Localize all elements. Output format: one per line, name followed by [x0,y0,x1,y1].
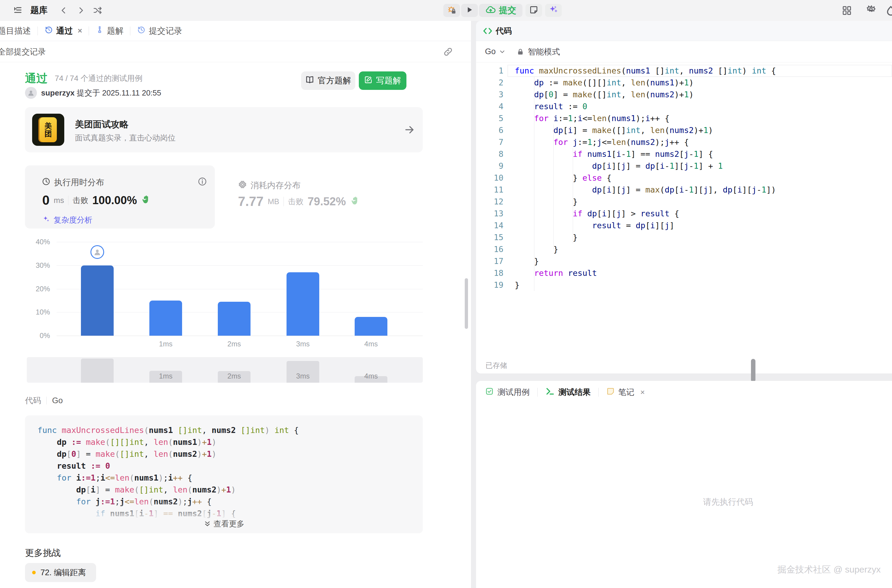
tab-test-result-label: 测试结果 [558,387,591,398]
watermark: 掘金技术社区 @ superzyx [762,564,881,576]
author-line: superzyx 提交于 2025.11.11 20:55 [41,88,161,98]
runtime-title: 执行用时分布 [54,177,104,188]
challenge-label: 72. 编辑距离 [40,567,86,578]
chevron-down-icon[interactable] [499,48,506,56]
editor-header: 代码 [476,21,892,41]
editor-code-line: dp[i][j] = dp[i-1][j-1] + 1 [515,160,723,172]
complexity-analysis-link[interactable]: 复杂度分析 [42,215,92,225]
timer-icon[interactable] [884,4,892,17]
brush-bar[interactable] [81,358,114,382]
line-number: 17 [483,255,504,267]
tab-notes-close-icon[interactable]: × [640,388,645,397]
pen-icon [364,76,372,86]
editor-code-line: result := 0 [515,100,587,112]
editor-code-line: for i:=1;i<=len(nums1);i++ { [515,112,669,124]
chart-gridline [57,336,423,336]
tab-result[interactable]: 通过 × [44,25,82,37]
chart-bar-0ms[interactable] [81,266,114,336]
tab-solutions[interactable]: 题解 [96,25,123,37]
tab-notes[interactable]: 笔记 × [606,387,645,398]
chart-bar-1ms[interactable] [149,300,182,336]
y-axis-tick: 40% [29,238,50,246]
code-brackets-icon [483,26,493,36]
code-preview-line: dp[0] = make([]int, len(nums2)+1) [37,448,299,460]
meituan-badge-char2: 团 [45,130,52,138]
tab-description[interactable]: 题目描述 [0,25,31,37]
line-number: 5 [483,112,504,124]
promo-arrow-icon[interactable] [404,124,415,135]
memory-stat-header[interactable]: 消耗内存分布 [238,180,300,191]
checkbox-icon [485,387,494,398]
editor-code-line: return result [515,267,597,279]
layout-icon[interactable] [841,5,852,16]
settings-gear-icon[interactable] [865,4,877,16]
author-name: superzyx [41,88,75,97]
hand-icon [141,195,151,206]
link-icon[interactable] [443,47,453,57]
play-icon [465,6,474,15]
app-root: 题库 提交 [0,0,892,588]
tab-submissions[interactable]: 提交记录 [137,25,182,37]
memory-title: 消耗内存分布 [250,180,300,191]
tab-result-close-icon[interactable]: × [78,26,82,35]
challenge-item[interactable]: 72. 编辑距离 [25,563,96,582]
y-axis-tick: 30% [29,261,50,270]
clock-icon [42,177,51,188]
problem-list-label[interactable]: 题库 [30,4,48,16]
random-problem-icon[interactable] [93,6,102,15]
view-more-label: 查看更多 [214,519,244,529]
code-preview-line: func maxUncrossedLines(nums1 []int, nums… [37,424,299,436]
chart-brush[interactable]: 1ms2ms3ms4ms [27,357,423,382]
note-button[interactable] [525,4,542,17]
code-preview-label: 代码 [25,395,41,406]
submit-button[interactable]: 提交 [479,4,522,17]
user-position-marker[interactable] [90,245,104,259]
brush-label: 2ms [218,372,250,380]
line-number: 8 [483,148,504,160]
ai-assistant-button[interactable] [545,4,562,17]
code-preview-fade: 查看更多 [25,501,423,533]
run-button[interactable] [461,4,478,17]
smart-mode-label[interactable]: 智能模式 [528,46,560,57]
avatar [25,87,37,99]
info-icon[interactable] [198,177,207,186]
tab-test-result[interactable]: 测试结果 [546,387,591,398]
chart-bar-4ms[interactable] [355,317,387,336]
left-panel-scrollbar[interactable] [465,278,468,329]
code-preview-line: result := 0 [37,460,299,472]
problem-list-icon[interactable] [13,6,22,15]
tab-description-label: 题目描述 [0,25,31,37]
bug-lock-icon [447,5,456,16]
write-solution-button[interactable]: 写题解 [359,71,406,90]
tab-test-cases[interactable]: 测试用例 [485,387,529,398]
code-preview-card[interactable]: func maxUncrossedLines(nums1 []int, nums… [25,416,423,533]
flask-icon [96,26,104,36]
debug-button[interactable] [443,4,460,17]
language-select[interactable]: Go [485,47,496,56]
line-number: 13 [483,208,504,220]
next-problem-icon[interactable] [76,6,85,15]
editor-code-line: } [515,196,577,208]
view-more-link[interactable]: 查看更多 [204,519,244,529]
tab-submissions-label: 提交记录 [149,25,182,37]
cloud-upload-icon [485,4,496,16]
sparkle-icon [42,215,51,225]
history-icon [137,25,146,36]
editor-code-line: } else { [515,172,612,184]
y-axis-tick: 0% [29,332,50,340]
chart-bar-2ms[interactable] [218,302,250,336]
chart-bar-3ms[interactable] [286,272,319,336]
line-number: 7 [483,136,504,148]
top-bar: 题库 提交 [0,0,892,21]
editor-code-line: dp := make([][]int, len(nums1)+1) [515,77,694,88]
brush-label: 4ms [355,372,387,380]
panel-divider-handle[interactable] [751,359,756,382]
official-solution-button[interactable]: 官方题解 [301,71,355,90]
editor-code-line: for j:=1;j<=len(nums2);j++ { [515,136,689,148]
editor-code-line: } [515,231,577,243]
runtime-beats-label: 击败 [73,195,88,206]
memory-beats-value: 79.52% [308,195,346,208]
note-icon [529,5,538,15]
prev-problem-icon[interactable] [60,6,69,15]
brush-label: 3ms [286,372,319,380]
